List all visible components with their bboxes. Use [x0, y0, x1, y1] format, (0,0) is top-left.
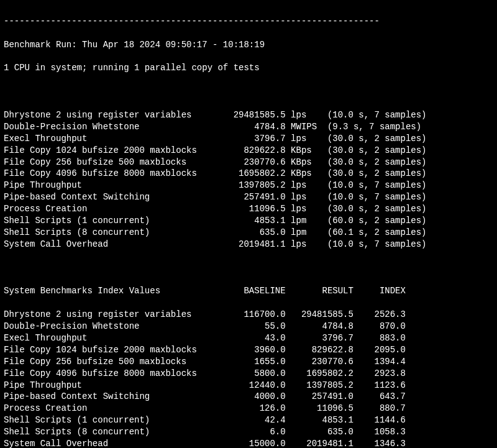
sample-row: File Copy 256 bufsize 500 maxblocks 2307…	[4, 157, 492, 168]
sample-row: Execl Throughput 3796.7 lps (30.0 s, 2 s…	[4, 133, 492, 145]
index-row: Pipe Throughput 12440.0 1397805.2 1123.6	[4, 380, 492, 391]
sample-row: Process Creation 11096.5 lps (30.0 s, 2 …	[4, 203, 492, 215]
sample-row: System Call Overhead 2019481.1 lps (10.0…	[4, 239, 492, 250]
index-row: File Copy 4096 bufsize 8000 maxblocks 58…	[4, 368, 492, 380]
sample-row: Double-Precision Whetstone 4784.8 MWIPS …	[4, 121, 492, 133]
blank-line	[4, 86, 492, 98]
index-block: Dhrystone 2 using register variables 116…	[4, 309, 492, 448]
sample-row: Shell Scripts (1 concurrent) 4853.1 lpm …	[4, 215, 492, 227]
index-row: Dhrystone 2 using register variables 116…	[4, 309, 492, 321]
index-header: System Benchmarks Index Values BASELINE …	[4, 285, 492, 297]
index-row: Pipe-based Context Switching 4000.0 2574…	[4, 391, 492, 403]
index-row: Shell Scripts (1 concurrent) 42.4 4853.1…	[4, 414, 492, 426]
index-row: Execl Throughput 43.0 3796.7 883.0	[4, 332, 492, 344]
benchmark-run-line: Benchmark Run: Thu Apr 18 2024 09:50:17 …	[4, 39, 492, 51]
index-row: Process Creation 126.0 11096.5 880.7	[4, 403, 492, 414]
index-row: File Copy 1024 bufsize 2000 maxblocks 39…	[4, 344, 492, 356]
sample-row: File Copy 1024 bufsize 2000 maxblocks 82…	[4, 145, 492, 157]
divider-top: ----------------------------------------…	[4, 16, 492, 27]
index-row: System Call Overhead 15000.0 2019481.1 1…	[4, 438, 492, 448]
index-row: Double-Precision Whetstone 55.0 4784.8 8…	[4, 321, 492, 332]
sample-row: Pipe-based Context Switching 257491.0 lp…	[4, 191, 492, 203]
sample-row: File Copy 4096 bufsize 8000 maxblocks 16…	[4, 168, 492, 180]
sample-row: Dhrystone 2 using register variables 294…	[4, 109, 492, 121]
sample-row: Shell Scripts (8 concurrent) 635.0 lpm (…	[4, 227, 492, 239]
samples-block: Dhrystone 2 using register variables 294…	[4, 109, 492, 250]
sample-row: Pipe Throughput 1397805.2 lps (10.0 s, 7…	[4, 180, 492, 191]
blank-line	[4, 262, 492, 274]
cpu-info-line: 1 CPU in system; running 1 parallel copy…	[4, 62, 492, 74]
index-row: File Copy 256 bufsize 500 maxblocks 1655…	[4, 356, 492, 368]
index-row: Shell Scripts (8 concurrent) 6.0 635.0 1…	[4, 426, 492, 438]
terminal-output: ----------------------------------------…	[0, 0, 497, 448]
